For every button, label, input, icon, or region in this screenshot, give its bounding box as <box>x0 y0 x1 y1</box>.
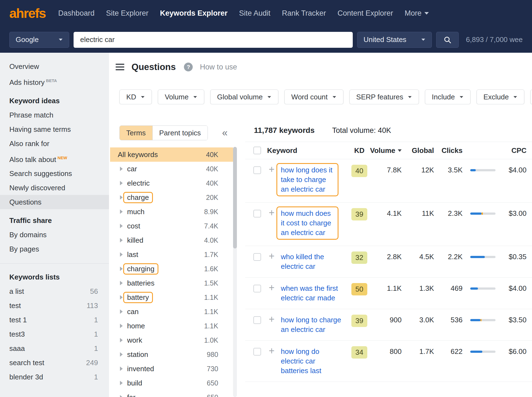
term-row[interactable]: batteries1.5K <box>110 276 233 290</box>
keywords-list-item[interactable]: blender 3d1 <box>0 370 109 384</box>
keyword-link[interactable]: how long to charge an electric car <box>281 315 341 334</box>
how-to-use-link[interactable]: How to use <box>200 63 237 71</box>
sidebar-item-phrase-match[interactable]: Phrase match <box>0 108 109 122</box>
keyword-link[interactable]: when was the first electric car made <box>281 284 341 303</box>
sidebar-item-having-same-terms[interactable]: Having same terms <box>0 122 109 136</box>
country-select[interactable]: United States <box>357 32 432 48</box>
nav-item-more[interactable]: More <box>405 9 429 18</box>
add-icon[interactable]: + <box>269 347 275 355</box>
tab-terms[interactable]: Terms <box>120 126 152 140</box>
column-volume[interactable]: Volume <box>372 146 402 155</box>
scrollbar-thumb[interactable] <box>233 147 237 248</box>
add-icon[interactable]: + <box>269 209 275 217</box>
filter-serp-features[interactable]: SERP features <box>349 90 419 104</box>
row-checkbox[interactable] <box>253 316 261 324</box>
sidebar-item-label: By pages <box>9 245 39 253</box>
term-row[interactable]: work1.0K <box>110 333 233 347</box>
term-row[interactable]: charge20K <box>110 190 233 205</box>
term-label: charge <box>123 192 153 203</box>
term-row[interactable]: battery1.1K <box>110 290 233 304</box>
list-count: 1 <box>94 344 98 353</box>
nav-item-site-explorer[interactable]: Site Explorer <box>106 9 149 18</box>
column-cpc[interactable]: CPC <box>501 146 532 155</box>
column-kd[interactable]: KD <box>347 146 372 155</box>
ahrefs-logo[interactable]: ahrefs <box>9 6 46 21</box>
keywords-list-item[interactable]: test113 <box>0 298 109 313</box>
term-row[interactable]: car40K <box>110 162 233 176</box>
nav-item-keywords-explorer[interactable]: Keywords Explorer <box>160 9 228 18</box>
search-button[interactable] <box>436 32 459 48</box>
nav-item-site-audit[interactable]: Site Audit <box>239 9 270 18</box>
term-row[interactable]: invented730 <box>110 362 233 376</box>
term-row[interactable]: charging1.6K <box>110 262 233 276</box>
row-checkbox[interactable] <box>253 253 261 261</box>
term-row[interactable]: build650 <box>110 376 233 390</box>
filter-include[interactable]: Include <box>425 90 471 104</box>
filter-volume[interactable]: Volume <box>158 90 204 104</box>
sidebar-item-by-domains[interactable]: By domains <box>0 228 109 242</box>
search-engine-select[interactable]: Google <box>9 32 69 48</box>
sidebar-item-also-talk-about[interactable]: Also talk aboutNEW <box>0 151 109 167</box>
cell-kd: 50 <box>347 284 372 295</box>
keyword-link[interactable]: how long does it take to charge an elect… <box>276 163 338 196</box>
row-checkbox[interactable] <box>253 210 261 217</box>
all-keywords-row[interactable]: All keywords 40K <box>110 147 233 162</box>
sidebar-item-also-rank-for[interactable]: Also rank for <box>0 136 109 151</box>
filter-global-volume[interactable]: Global volume <box>210 90 278 104</box>
menu-icon[interactable] <box>116 64 124 70</box>
row-checkbox[interactable] <box>253 348 261 356</box>
add-icon[interactable]: + <box>269 165 275 174</box>
keywords-list-item[interactable]: saaa1 <box>0 341 109 356</box>
sidebar-item-overview[interactable]: Overview <box>0 59 109 74</box>
column-global[interactable]: Global <box>402 146 434 155</box>
terms-scrollbar[interactable] <box>233 147 237 397</box>
help-icon[interactable]: ? <box>184 63 193 71</box>
cell-keyword: how long does it take to charge an elect… <box>281 165 347 196</box>
keywords-list-item[interactable]: search test249 <box>0 356 109 370</box>
nav-item-content-explorer[interactable]: Content Explorer <box>337 9 393 18</box>
row-checkbox[interactable] <box>253 285 261 292</box>
nav-item-dashboard[interactable]: Dashboard <box>58 9 94 18</box>
sidebar-divider <box>0 263 109 264</box>
sidebar-item-questions[interactable]: Questions <box>0 195 109 209</box>
add-icon[interactable]: + <box>269 284 275 292</box>
keywords-list-item[interactable]: test31 <box>0 327 109 341</box>
sidebar-nav: OverviewAds historyBETAKeyword ideasPhra… <box>0 53 109 397</box>
term-row[interactable]: can1.1K <box>110 304 233 319</box>
collapse-panel-icon[interactable]: « <box>222 128 228 138</box>
column-keyword[interactable]: Keyword <box>267 146 347 155</box>
term-row[interactable]: far650 <box>110 390 233 397</box>
filter-exclude[interactable]: Exclude <box>477 90 525 104</box>
filter-kd[interactable]: KD <box>119 90 152 104</box>
table-row: +how long do electric car batteries last… <box>245 341 532 382</box>
term-row[interactable]: electric40K <box>110 176 233 190</box>
tab-parent-topics[interactable]: Parent topics <box>152 126 208 140</box>
keyword-link[interactable]: how long do electric car batteries last <box>281 347 341 376</box>
add-icon[interactable]: + <box>269 315 275 323</box>
term-row[interactable]: station980 <box>110 347 233 362</box>
filter-word-count[interactable]: Word count <box>284 90 343 104</box>
term-row[interactable]: killed4.0K <box>110 233 233 247</box>
expand-icon <box>120 367 123 371</box>
column-clicks[interactable]: Clicks <box>434 146 463 155</box>
term-row[interactable]: home1.1K <box>110 319 233 333</box>
filter-label: KD <box>126 93 136 101</box>
term-row[interactable]: last1.7K <box>110 247 233 262</box>
row-checkbox[interactable] <box>253 166 261 174</box>
sidebar-item-newly-discovered[interactable]: Newly discovered <box>0 181 109 195</box>
sidebar-item-ads-history[interactable]: Ads historyBETA <box>0 74 109 90</box>
filter-m[interactable]: M <box>530 90 532 104</box>
select-all-checkbox[interactable] <box>253 147 261 154</box>
keyword-link[interactable]: who killed the electric car <box>281 252 341 271</box>
term-row[interactable]: much8.9K <box>110 205 233 219</box>
sidebar-item-label: Also talk about <box>9 155 56 163</box>
nav-item-rank-tracker[interactable]: Rank Tracker <box>282 9 326 18</box>
term-row[interactable]: cost7.4K <box>110 219 233 233</box>
keywords-list-item[interactable]: test 11 <box>0 313 109 327</box>
keyword-link[interactable]: how much does it cost to charge an elect… <box>276 206 338 240</box>
sidebar-item-search-suggestions[interactable]: Search suggestions <box>0 166 109 181</box>
add-icon[interactable]: + <box>269 252 275 260</box>
keyword-search-input[interactable] <box>74 32 353 48</box>
keywords-list-item[interactable]: a list56 <box>0 284 109 298</box>
sidebar-item-by-pages[interactable]: By pages <box>0 242 109 256</box>
